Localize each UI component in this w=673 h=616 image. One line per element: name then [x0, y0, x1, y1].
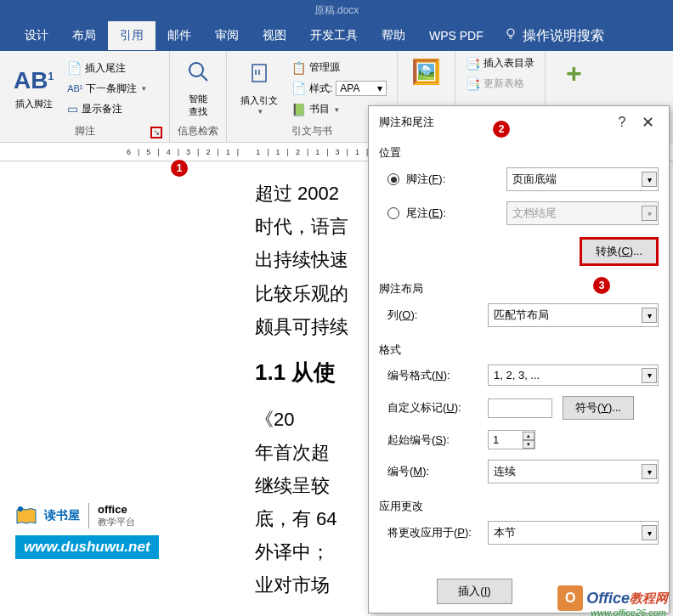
titlebar: 原稿.docx [0, 0, 673, 20]
dushuwu-url: www.dushuwu.net [15, 535, 159, 559]
chevron-down-icon: ▾ [258, 107, 263, 116]
dialog-titlebar: 脚注和尾注 ? ✕ [369, 106, 669, 137]
footnote-radio[interactable] [387, 173, 399, 185]
plus-icon: + [566, 58, 582, 89]
office26-url: www.office26.com [591, 608, 666, 616]
chevron-down-icon: ▾ [642, 464, 657, 479]
smart-lookup-button[interactable]: 智能 查找 [177, 54, 219, 122]
chevron-down-icon: ▾ [642, 206, 657, 221]
insert-button[interactable]: 插入(I) [437, 579, 512, 604]
tab-layout[interactable]: 布局 [60, 21, 108, 50]
tell-me-label: 操作说明搜索 [523, 27, 604, 45]
insert-caption-button[interactable]: 🖼️ [404, 54, 448, 93]
ribbon-tabs: 设计 布局 引用 邮件 审阅 视图 开发工具 帮助 WPS PDF 操作说明搜索 [0, 20, 673, 51]
number-format-select[interactable]: 1, 2, 3, ... ▾ [488, 365, 659, 386]
section-apply-changes: 应用更改 [379, 494, 659, 521]
chevron-down-icon: ▾ [642, 308, 657, 323]
caption-icon: 🖼️ [411, 58, 441, 86]
tab-wpspdf[interactable]: WPS PDF [417, 22, 495, 49]
endnote-icon: 📄 [67, 61, 82, 75]
svg-point-0 [507, 29, 514, 36]
insert-toc-button[interactable]: 📑 插入表目录 [462, 54, 538, 72]
insert-endnote-button[interactable]: 📄 插入尾注 [64, 59, 150, 77]
tab-design[interactable]: 设计 [13, 21, 60, 50]
tell-me-search[interactable]: 操作说明搜索 [504, 27, 604, 45]
manage-sources-icon: 📋 [291, 61, 306, 75]
endnote-radio[interactable] [387, 207, 399, 219]
annotation-badge-3: 3 [593, 277, 610, 294]
footnote-endnote-dialog: 脚注和尾注 ? ✕ 位置 脚注(F): 页面底端 ▾ 尾注(E): 文档结尾 ▾… [368, 105, 670, 613]
lightbulb-icon [504, 27, 517, 44]
svg-point-3 [189, 63, 203, 76]
office26-icon: O [557, 585, 583, 611]
symbol-button[interactable]: 符号(Y)... [563, 396, 634, 420]
next-footnote-button[interactable]: AB¹ 下一条脚注 ▾ [64, 80, 150, 98]
tab-devtools[interactable]: 开发工具 [298, 21, 370, 50]
group-label-footnotes: 脚注 [75, 125, 95, 137]
tab-view[interactable]: 视图 [251, 21, 298, 50]
custom-mark-input[interactable] [488, 398, 552, 418]
tab-review[interactable]: 审阅 [203, 21, 251, 50]
numbering-select[interactable]: 连续 ▾ [488, 460, 659, 483]
tab-references[interactable]: 引用 [108, 21, 156, 50]
group-label-research: 信息检索 [177, 122, 219, 140]
ribbon-group-research: 智能 查找 信息检索 [170, 51, 227, 142]
endnote-radio-label: 尾注(E): [406, 206, 506, 221]
columns-label: 列(O): [387, 308, 488, 323]
footnote-position-select[interactable]: 页面底端 ▾ [506, 167, 659, 191]
mark-entry-button[interactable]: + [552, 54, 595, 96]
section-format: 格式 [379, 337, 659, 365]
footnote-icon: AB1 [14, 67, 54, 94]
chevron-down-icon: ▾ [335, 105, 339, 114]
chevron-down-icon: ▾ [642, 525, 657, 540]
style-icon: 📄 [291, 82, 306, 95]
apply-to-select[interactable]: 本节 ▾ [488, 521, 659, 545]
bibliography-icon: 📗 [291, 103, 306, 116]
dialog-close-button[interactable]: ✕ [635, 113, 660, 132]
start-at-spinner[interactable]: 1 ▴▾ [488, 430, 535, 449]
start-at-label: 起始编号(S): [387, 432, 488, 448]
office26-brand: Office [586, 590, 630, 608]
update-table-button[interactable]: 📑 更新表格 [462, 75, 538, 93]
toc-icon: 📑 [466, 57, 480, 71]
annotation-badge-2: 2 [493, 121, 510, 138]
office26-suffix: 教程网 [630, 591, 668, 607]
svg-line-4 [201, 75, 207, 81]
numbering-label: 编号(M): [387, 464, 488, 479]
search-icon [186, 59, 210, 89]
convert-button[interactable]: 转换(C)... [580, 237, 659, 266]
dushuwu-office: office [98, 503, 135, 516]
dialog-help-button[interactable]: ? [609, 115, 635, 130]
footnote-radio-label: 脚注(F): [406, 172, 506, 187]
tab-mailings[interactable]: 邮件 [156, 21, 203, 50]
chevron-down-icon: ▾ [142, 84, 146, 93]
dushuwu-brand: 读书屋 [44, 508, 80, 523]
next-footnote-icon: AB¹ [67, 83, 82, 93]
show-notes-button[interactable]: ▭ 显示备注 [64, 100, 150, 118]
insert-citation-button[interactable]: 插入引文 ▾ [234, 54, 285, 122]
chevron-down-icon: ▾ [642, 368, 657, 383]
section-footnote-layout: 脚注布局 [379, 276, 659, 303]
endnote-position-select: 文档结尾 ▾ [506, 201, 659, 225]
insert-footnote-button[interactable]: AB1 插入脚注 [7, 54, 60, 122]
show-notes-icon: ▭ [67, 102, 78, 116]
spinner-up-icon[interactable]: ▴ [523, 432, 534, 440]
apply-to-label: 将更改应用于(P): [387, 525, 488, 540]
ribbon-group-footnotes: AB1 插入脚注 📄 插入尾注 AB¹ 下一条脚注 ▾ ▭ 显示备注 [0, 51, 170, 142]
group-label-citations: 引文与书 [234, 122, 390, 140]
spinner-down-icon[interactable]: ▾ [523, 440, 534, 449]
svg-point-6 [18, 506, 23, 511]
dushuwu-sub: 教学平台 [98, 516, 135, 528]
columns-select[interactable]: 匹配节布局 ▾ [488, 303, 659, 327]
custom-mark-label: 自定义标记(U): [387, 400, 488, 415]
section-position: 位置 [379, 140, 659, 167]
style-selector[interactable]: 📄 样式: APA▾ [288, 79, 390, 98]
document-filename: 原稿.docx [314, 4, 359, 16]
chevron-down-icon: ▾ [642, 172, 657, 187]
footnotes-dialog-launcher[interactable]: ↘ [150, 127, 162, 138]
update-icon: 📑 [466, 77, 480, 91]
watermark-dushuwu: 读书屋 office 教学平台 www.dushuwu.net [15, 503, 159, 559]
tab-help[interactable]: 帮助 [370, 21, 417, 50]
annotation-badge-1: 1 [171, 160, 188, 177]
manage-sources-button[interactable]: 📋 管理源 [288, 59, 390, 76]
